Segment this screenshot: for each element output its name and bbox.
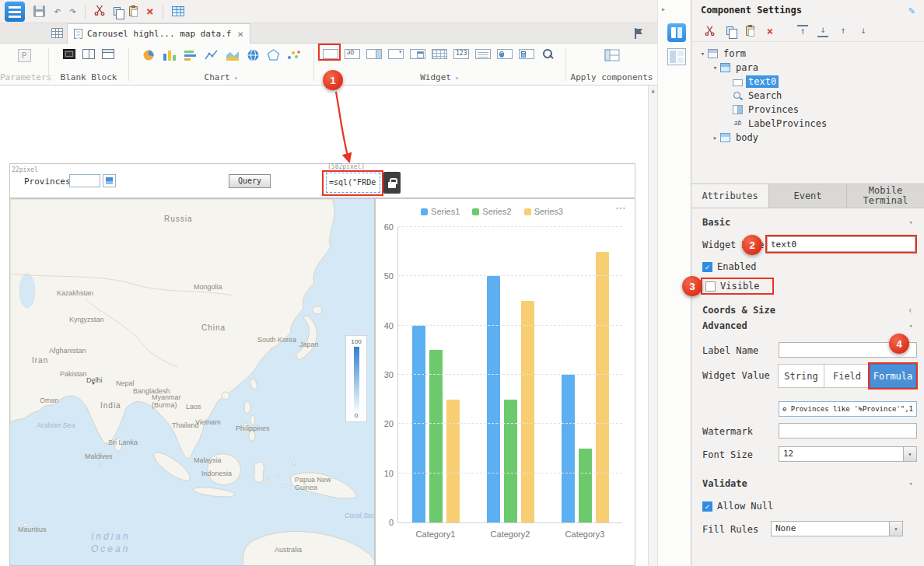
number-widget-icon[interactable] [453, 49, 469, 59]
chevron-down-icon[interactable]: ▾ [234, 75, 238, 82]
tab-event[interactable]: Event [769, 184, 847, 208]
scatter-chart-icon[interactable] [287, 49, 300, 64]
query-widget-icon[interactable] [541, 49, 556, 59]
copy-icon[interactable] [114, 7, 121, 16]
tree-node-label[interactable]: body [733, 131, 761, 144]
move-up-icon[interactable]: ↑ [838, 25, 849, 37]
bar-chart-widget[interactable]: Series1Series2Series3 ⋯ Category1Categor… [375, 198, 635, 566]
datepicker-widget-icon[interactable] [410, 49, 425, 59]
provinces-input[interactable] [69, 174, 100, 187]
radar-chart-icon[interactable] [267, 49, 280, 64]
section-advanced[interactable]: Advanced ▾ [691, 318, 924, 334]
pie-chart-icon[interactable] [142, 49, 156, 64]
move-to-bottom-icon[interactable]: ↓ [817, 25, 828, 37]
sheet-grid-icon[interactable] [51, 28, 63, 38]
move-down-icon[interactable]: ↓ [858, 25, 869, 37]
redo-icon[interactable]: ↷ [69, 5, 76, 17]
radio-group-widget-icon[interactable] [497, 49, 513, 59]
value-type-field-button[interactable]: Field [824, 364, 870, 388]
allow-null-checkbox[interactable]: ✓ [702, 501, 712, 512]
apply-components-icon[interactable] [604, 49, 620, 64]
font-size-select[interactable]: 12 ▾ [779, 446, 917, 462]
widget-value-label: Widget Value [702, 370, 770, 381]
section-basic[interactable]: Basic ▾ [691, 215, 924, 230]
map-label: Papua New Guinea [295, 476, 343, 491]
step-4-badge: 4 [889, 334, 909, 354]
fill-rules-select[interactable]: None ▾ [771, 521, 903, 536]
bar-chart-icon[interactable] [184, 49, 198, 64]
section-validate[interactable]: Validate ▾ [691, 476, 924, 491]
widget-name-input[interactable] [767, 236, 915, 252]
checkbox-group-widget-icon[interactable] [519, 49, 534, 59]
flag-icon[interactable] [634, 28, 643, 39]
tree-node-labelprovinces[interactable]: abLabelProvinces [691, 117, 924, 131]
tree-node-label[interactable]: Search [746, 89, 784, 102]
tab-attributes[interactable]: Attributes [691, 184, 769, 208]
line-chart-icon[interactable] [205, 49, 219, 64]
y-tick-label: 20 [378, 419, 394, 428]
asia-map-widget[interactable]: RussiaKazakhstanMongoliaKyrgyzstanChinaS… [9, 198, 375, 566]
dropdown-widget-icon[interactable] [388, 49, 404, 59]
tree-expander-icon[interactable]: ▸ [710, 134, 720, 142]
tree-node-text0[interactable]: text0 [691, 75, 924, 89]
delete-icon[interactable]: × [765, 25, 775, 37]
value-type-string-button[interactable]: String [778, 364, 824, 388]
tree-node-label[interactable]: LabelProvinces [746, 117, 829, 130]
tree-node-label[interactable]: Provinces [746, 103, 801, 116]
widget-settings-icon[interactable] [667, 23, 686, 42]
tree-node-provinces[interactable]: Provinces [691, 103, 924, 117]
move-to-top-icon[interactable]: ↑ [797, 25, 808, 37]
tree-expander-icon[interactable]: ▾ [710, 64, 720, 72]
tab-close-icon[interactable]: × [237, 28, 243, 40]
tab-block-icon[interactable] [102, 49, 114, 59]
paste-icon[interactable] [129, 6, 138, 16]
dropdown-button-icon[interactable]: ▾ [903, 447, 916, 461]
chart-more-icon[interactable]: ⋯ [615, 201, 627, 214]
cut-icon[interactable] [94, 5, 105, 18]
absolute-block-icon[interactable] [82, 49, 95, 59]
report-block-icon[interactable] [63, 49, 75, 59]
document-tab[interactable]: Carousel highl... map data.frm × [67, 23, 250, 44]
canvas-scrollbar[interactable]: ▲ [648, 86, 657, 566]
parameters-icon[interactable]: P [18, 49, 31, 62]
tree-node-search[interactable]: Search [691, 89, 924, 103]
textarea-widget-icon[interactable] [475, 49, 491, 59]
scroll-up-icon[interactable]: ▲ [649, 88, 657, 94]
section-coords-size[interactable]: Coords & Size ‹ [691, 302, 924, 318]
tab-mobile-terminal[interactable]: Mobile Terminal [847, 184, 924, 208]
chevron-down-icon[interactable]: ▾ [455, 75, 459, 82]
delete-icon[interactable]: × [146, 5, 154, 18]
watermark-input[interactable] [779, 423, 917, 438]
panel-collapse-icon[interactable]: ▸ [661, 5, 666, 13]
cut-icon[interactable] [704, 25, 715, 37]
value-type-formula-button[interactable]: Formula [870, 364, 916, 388]
tree-node-form[interactable]: ▾form [691, 47, 924, 61]
table-widget-icon[interactable] [432, 49, 447, 59]
dropdown-button-icon[interactable]: ▾ [889, 522, 902, 536]
design-canvas[interactable]: 22pixel [582pixel] Provinces : Query =sq… [0, 86, 657, 566]
app-logo-icon[interactable] [5, 2, 25, 22]
query-button[interactable]: Query [229, 174, 271, 188]
paste-icon[interactable] [744, 25, 755, 37]
tree-expander-icon[interactable]: ▾ [698, 50, 708, 58]
area-chart-icon[interactable] [226, 49, 240, 64]
enabled-checkbox[interactable]: ✓ [702, 262, 712, 272]
tree-node-label[interactable]: text0 [746, 75, 779, 88]
tree-node-label[interactable]: form [721, 47, 748, 60]
undo-icon[interactable]: ↶ [54, 5, 61, 17]
map-chart-icon[interactable] [247, 49, 260, 64]
tree-node-para[interactable]: ▾para [691, 61, 924, 75]
formula-value-input[interactable] [779, 401, 917, 417]
edit-pencil-icon[interactable]: ✎ [908, 5, 915, 16]
tree-node-body[interactable]: ▸body [691, 131, 924, 145]
label-widget-icon[interactable] [345, 49, 360, 59]
tree-node-label[interactable]: para [733, 61, 761, 74]
copy-icon[interactable] [724, 25, 735, 37]
combobox-widget-icon[interactable] [366, 49, 382, 59]
save-icon[interactable] [33, 5, 45, 17]
column-chart-icon[interactable] [163, 49, 177, 64]
provinces-combo-icon[interactable] [103, 174, 116, 187]
layout-settings-icon[interactable] [667, 48, 686, 65]
data-table-icon[interactable] [172, 6, 184, 16]
visible-checkbox[interactable] [705, 281, 716, 292]
